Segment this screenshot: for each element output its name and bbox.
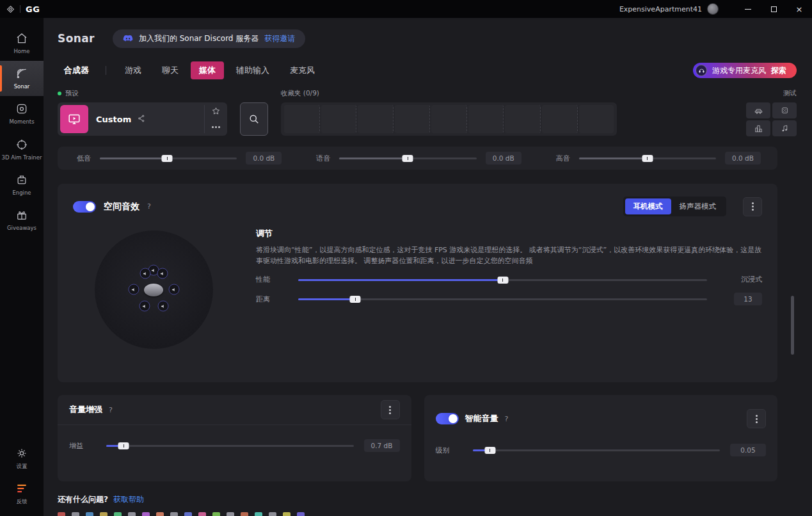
preset-more-button[interactable] [212,123,220,131]
speaker-rear-left[interactable] [139,301,150,312]
sidebar-item-home[interactable]: Home [0,26,44,61]
slider-track[interactable] [473,449,720,451]
vertical-scrollbar[interactable] [791,296,794,355]
tab-aux[interactable]: 辅助输入 [228,61,278,79]
spatial-menu-button[interactable] [743,197,762,216]
speaker-icon [131,287,136,292]
favorite-slot[interactable] [542,105,578,133]
sidebar-item-label: Home [13,48,29,54]
close-button[interactable]: × [786,0,812,18]
speaker-side-left[interactable] [128,284,139,295]
level-slider[interactable] [473,446,720,454]
speaker-side-right[interactable] [168,284,179,295]
speaker-stage [95,230,213,349]
eq-voice-slider[interactable] [339,154,476,162]
favorite-slot[interactable] [358,105,394,133]
tab-separator [106,66,106,75]
favorite-star-button[interactable] [212,107,220,115]
channel-tabbar: 合成器 游戏 聊天 媒体 辅助输入 麦克风 游戏专用麦克风 探索 [58,61,797,79]
sidebar-item-giveaways[interactable]: Giveaways [0,202,44,238]
spatial-help-icon[interactable]: ? [147,202,151,211]
eq-treble-slider[interactable] [579,154,716,162]
preset-card-custom[interactable]: Custom [58,102,227,136]
smart-volume-toggle[interactable] [436,413,459,424]
steelseries-logo-icon [6,5,15,13]
gain-slider[interactable] [106,442,354,449]
smart-volume-help-icon[interactable]: ? [505,415,509,423]
slider-handle[interactable] [162,155,173,162]
titlebar: GG ExpensiveApartment41 × [0,0,812,18]
favorite-slot[interactable] [505,105,541,133]
sidebar-item-label: Moments [9,118,34,125]
app-window: GG ExpensiveApartment41 × Home Sonar Mom… [0,0,812,516]
maximize-button[interactable] [761,0,786,18]
username-label[interactable]: ExpensiveApartment41 [619,5,702,13]
slider-track[interactable] [106,445,354,447]
tab-microphone[interactable]: 麦克风 [282,61,323,79]
speaker-mode-button[interactable]: 扬声器模式 [671,198,725,214]
preset-search-button[interactable] [240,102,268,136]
sidebar-item-3d-aim-trainer[interactable]: 3D Aim Trainer [0,132,44,167]
sidebar-item-feedback[interactable]: 反馈 [0,476,44,511]
spatial-audio-title: 空间音效 [104,201,139,213]
gaming-mic-promo-button[interactable]: 游戏专用麦克风 探索 [693,63,797,78]
tab-media[interactable]: 媒体 [191,61,224,79]
eq-band-bass: 低音 0.0 dB [74,152,282,165]
promo-cta: 探索 [771,65,786,76]
sidebar-item-settings[interactable]: 设置 [0,440,44,476]
speaker-front-right[interactable] [157,268,168,279]
slider-handle[interactable] [497,277,508,284]
favorite-slot[interactable] [395,105,431,133]
slider-handle[interactable] [350,296,361,303]
speaker-front-left[interactable] [139,268,150,279]
slider-handle[interactable] [118,442,129,449]
discord-invite-pill[interactable]: 加入我们的 Sonar Discord 服务器 获得邀请 [113,29,305,48]
avatar[interactable] [707,3,719,15]
get-help-link[interactable]: 获取帮助 [113,494,144,505]
search-icon [248,113,260,125]
titlebar-separator [20,5,20,13]
smart-volume-menu-button[interactable] [747,409,766,428]
tab-game[interactable]: 游戏 [116,61,150,79]
test-sound-vehicle-button[interactable] [746,102,770,118]
discord-invite-link[interactable]: 获得邀请 [264,33,295,44]
gift-icon [15,209,28,222]
favorite-slot[interactable] [284,105,320,133]
speaker-icon [161,303,166,309]
distance-slider[interactable] [298,295,707,303]
tab-mixer[interactable]: 合成器 [58,61,95,79]
favorite-slot[interactable] [468,105,504,133]
eq-bass-slider[interactable] [100,154,237,162]
slider-handle[interactable] [402,155,413,162]
test-sound-city-button[interactable] [746,120,770,136]
active-preset-dot [58,92,61,95]
favorite-slot[interactable] [579,105,614,133]
slider-handle[interactable] [484,447,495,454]
slider-fill [100,157,167,159]
volume-boost-menu-button[interactable] [381,400,400,419]
slider-handle[interactable] [642,155,653,162]
speaker-rear-right[interactable] [157,301,168,312]
volume-boost-help-icon[interactable]: ? [109,406,113,414]
eq-band-row: 低音 0.0 dB 语音 0.0 dB 高音 0.0 dB [58,147,777,170]
headphone-mode-button[interactable]: 耳机模式 [625,198,671,214]
favorite-slot[interactable] [321,105,357,133]
minimize-button[interactable] [735,0,761,18]
spatial-audio-toggle[interactable] [73,201,96,213]
sidebar-item-engine[interactable]: Engine [0,167,44,202]
tab-chat[interactable]: 聊天 [154,61,187,79]
favorite-slot[interactable] [431,105,467,133]
performance-slider[interactable] [298,276,707,284]
sidebar-item-label: Giveaways [7,225,36,231]
sidebar-item-label: 设置 [17,463,28,469]
eq-band-treble: 高音 0.0 dB [553,152,761,165]
test-sound-dice-button[interactable] [772,102,797,118]
eq-band-value: 0.0 dB [725,152,761,165]
test-sound-music-button[interactable] [772,120,797,136]
eq-band-label: 高音 [553,154,570,163]
gear-icon [15,447,28,460]
sidebar-item-moments[interactable]: Moments [0,96,44,131]
share-icon[interactable] [137,113,146,125]
more-icon [215,126,217,128]
sidebar-item-sonar[interactable]: Sonar [0,61,44,96]
